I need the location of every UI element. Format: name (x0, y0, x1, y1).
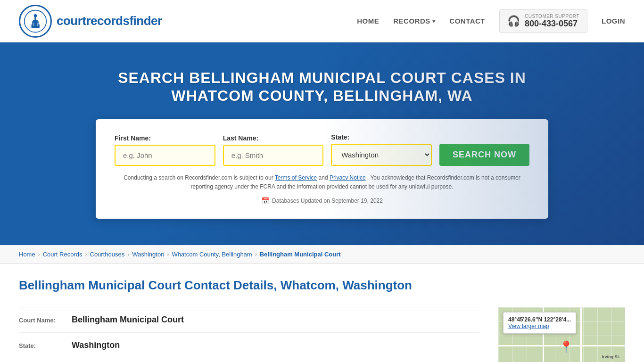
nav-login[interactable]: LOGIN (602, 17, 625, 25)
first-name-input[interactable] (115, 145, 215, 166)
breadcrumb-court-records[interactable]: Court Records (43, 251, 83, 258)
state-label: State: (331, 133, 432, 141)
state-row: State: Washington (19, 333, 479, 358)
logo-area: courtrecordsfinder (19, 5, 162, 38)
headphone-icon: 🎧 (507, 15, 520, 27)
map-label-irving: Irving St. (602, 354, 620, 359)
breadcrumb-whatcom[interactable]: Whatcom County, Bellingham (172, 251, 252, 258)
breadcrumb-current: Bellingham Municipal Court (260, 251, 341, 258)
breadcrumb-sep-1: › (38, 251, 40, 258)
support-area: 🎧 CUSTOMER SUPPORT 800-433-0567 (499, 9, 587, 33)
search-card: First Name: Last Name: State: AlabamaAla… (96, 119, 548, 219)
state-field-group: State: AlabamaAlaskaArizonaArkansasCalif… (331, 133, 432, 166)
breadcrumb-washington[interactable]: Washington (132, 251, 164, 258)
nav-home[interactable]: HOME (357, 17, 379, 25)
map-road-vertical-2 (580, 307, 582, 362)
nav-records[interactable]: RECORDS ▾ (393, 17, 435, 25)
map-coords: 48°45'26.6"N 122°28'4... (508, 316, 571, 323)
nav-contact[interactable]: CONTACT (449, 17, 485, 25)
court-name-value: Bellingham Municipal Court (72, 315, 184, 325)
main-nav: HOME RECORDS ▾ CONTACT 🎧 CUSTOMER SUPPOR… (357, 9, 625, 33)
svg-rect-7 (33, 23, 34, 26)
svg-point-5 (34, 14, 37, 17)
support-info: CUSTOMER SUPPORT 800-433-0567 (525, 14, 579, 29)
chevron-down-icon: ▾ (432, 18, 436, 25)
site-header: courtrecordsfinder HOME RECORDS ▾ CONTAC… (0, 0, 644, 42)
db-update: 📅 Databases Updated on September 19, 202… (115, 197, 529, 205)
hero-section: SEARCH BELLINGHAM MUNICIPAL COURT CASES … (0, 42, 644, 245)
court-name-row: Court Name: Bellingham Municipal Court (19, 307, 479, 333)
breadcrumb-sep-4: › (167, 251, 169, 258)
state-select[interactable]: AlabamaAlaskaArizonaArkansasCaliforniaCo… (331, 144, 432, 166)
logo-icon (19, 5, 52, 38)
state-detail-label: State: (19, 342, 66, 349)
logo-text: courtrecordsfinder (57, 14, 162, 28)
svg-rect-9 (39, 23, 40, 28)
support-label: CUSTOMER SUPPORT (525, 14, 579, 19)
state-detail-value: Washington (72, 340, 120, 350)
last-name-field-group: Last Name: (223, 134, 324, 166)
terms-link[interactable]: Terms of Service (275, 174, 317, 181)
first-name-field-group: First Name: (115, 134, 215, 166)
details-table: Court Name: Bellingham Municipal Court S… (19, 307, 479, 358)
details-map-row: Court Name: Bellingham Municipal Court S… (19, 307, 625, 362)
last-name-label: Last Name: (223, 134, 324, 142)
map-tooltip: 48°45'26.6"N 122°28'4... View larger map (503, 312, 576, 334)
privacy-link[interactable]: Privacy Notice (330, 174, 366, 181)
breadcrumb-courthouses[interactable]: Courthouses (90, 251, 125, 258)
search-fields-row: First Name: Last Name: State: AlabamaAla… (115, 133, 529, 166)
breadcrumb-sep-3: › (127, 251, 129, 258)
court-name-label: Court Name: (19, 317, 66, 324)
calendar-icon: 📅 (261, 197, 269, 205)
section-title: Bellingham Municipal Court Contact Detai… (19, 278, 625, 293)
disclaimer-text: Conducting a search on Recordsfinder.com… (115, 173, 529, 191)
breadcrumb-sep-5: › (255, 251, 257, 258)
search-button[interactable]: SEARCH NOW (439, 144, 529, 166)
content-area: Bellingham Municipal Court Contact Detai… (0, 264, 644, 362)
svg-rect-6 (31, 23, 32, 28)
map-container: 48°45'26.6"N 122°28'4... View larger map… (498, 307, 625, 362)
first-name-label: First Name: (115, 134, 215, 142)
support-phone[interactable]: 800-433-0567 (525, 19, 579, 29)
map-pin-icon: 📍 (559, 340, 573, 354)
last-name-input[interactable] (223, 145, 324, 166)
svg-rect-8 (37, 23, 38, 26)
breadcrumb-sep-2: › (85, 251, 87, 258)
breadcrumb: Home › Court Records › Courthouses › Was… (0, 245, 644, 264)
hero-title: SEARCH BELLINGHAM MUNICIPAL COURT CASES … (110, 69, 534, 105)
view-larger-map-link[interactable]: View larger map (508, 323, 571, 329)
breadcrumb-home[interactable]: Home (19, 251, 35, 258)
